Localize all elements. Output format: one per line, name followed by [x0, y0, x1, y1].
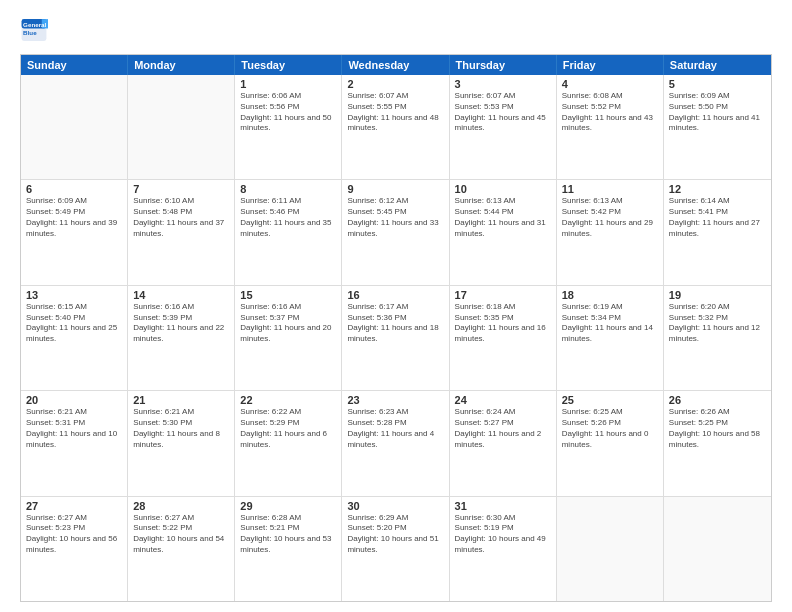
day-number: 5 [669, 78, 766, 90]
day-number: 28 [133, 500, 229, 512]
day-number: 11 [562, 183, 658, 195]
day-number: 15 [240, 289, 336, 301]
calendar-header-row: SundayMondayTuesdayWednesdayThursdayFrid… [21, 55, 771, 75]
header-day-saturday: Saturday [664, 55, 771, 75]
day-number: 30 [347, 500, 443, 512]
day-number: 19 [669, 289, 766, 301]
calendar-cell-1-5: 11Sunrise: 6:13 AM Sunset: 5:42 PM Dayli… [557, 180, 664, 284]
day-info: Sunrise: 6:07 AM Sunset: 5:53 PM Dayligh… [455, 91, 551, 134]
day-number: 23 [347, 394, 443, 406]
calendar-cell-2-0: 13Sunrise: 6:15 AM Sunset: 5:40 PM Dayli… [21, 286, 128, 390]
calendar-row-4: 27Sunrise: 6:27 AM Sunset: 5:23 PM Dayli… [21, 497, 771, 601]
day-info: Sunrise: 6:13 AM Sunset: 5:44 PM Dayligh… [455, 196, 551, 239]
day-info: Sunrise: 6:09 AM Sunset: 5:49 PM Dayligh… [26, 196, 122, 239]
day-info: Sunrise: 6:14 AM Sunset: 5:41 PM Dayligh… [669, 196, 766, 239]
calendar-cell-1-2: 8Sunrise: 6:11 AM Sunset: 5:46 PM Daylig… [235, 180, 342, 284]
day-number: 25 [562, 394, 658, 406]
header-day-thursday: Thursday [450, 55, 557, 75]
calendar-cell-2-2: 15Sunrise: 6:16 AM Sunset: 5:37 PM Dayli… [235, 286, 342, 390]
calendar-cell-4-0: 27Sunrise: 6:27 AM Sunset: 5:23 PM Dayli… [21, 497, 128, 601]
calendar-cell-4-1: 28Sunrise: 6:27 AM Sunset: 5:22 PM Dayli… [128, 497, 235, 601]
day-number: 8 [240, 183, 336, 195]
calendar-cell-3-3: 23Sunrise: 6:23 AM Sunset: 5:28 PM Dayli… [342, 391, 449, 495]
calendar-cell-4-4: 31Sunrise: 6:30 AM Sunset: 5:19 PM Dayli… [450, 497, 557, 601]
day-info: Sunrise: 6:16 AM Sunset: 5:39 PM Dayligh… [133, 302, 229, 345]
day-number: 24 [455, 394, 551, 406]
day-info: Sunrise: 6:24 AM Sunset: 5:27 PM Dayligh… [455, 407, 551, 450]
day-number: 31 [455, 500, 551, 512]
day-number: 17 [455, 289, 551, 301]
logo-icon: General Blue [20, 16, 48, 44]
day-number: 4 [562, 78, 658, 90]
header-day-tuesday: Tuesday [235, 55, 342, 75]
day-number: 10 [455, 183, 551, 195]
logo: General Blue [20, 16, 48, 44]
day-info: Sunrise: 6:16 AM Sunset: 5:37 PM Dayligh… [240, 302, 336, 345]
calendar-cell-1-1: 7Sunrise: 6:10 AM Sunset: 5:48 PM Daylig… [128, 180, 235, 284]
day-info: Sunrise: 6:26 AM Sunset: 5:25 PM Dayligh… [669, 407, 766, 450]
day-number: 21 [133, 394, 229, 406]
day-info: Sunrise: 6:29 AM Sunset: 5:20 PM Dayligh… [347, 513, 443, 556]
calendar-cell-0-3: 2Sunrise: 6:07 AM Sunset: 5:55 PM Daylig… [342, 75, 449, 179]
day-number: 12 [669, 183, 766, 195]
day-number: 16 [347, 289, 443, 301]
calendar-cell-3-0: 20Sunrise: 6:21 AM Sunset: 5:31 PM Dayli… [21, 391, 128, 495]
calendar-row-0: 1Sunrise: 6:06 AM Sunset: 5:56 PM Daylig… [21, 75, 771, 180]
header-day-friday: Friday [557, 55, 664, 75]
calendar-body: 1Sunrise: 6:06 AM Sunset: 5:56 PM Daylig… [21, 75, 771, 601]
calendar-cell-4-2: 29Sunrise: 6:28 AM Sunset: 5:21 PM Dayli… [235, 497, 342, 601]
calendar-cell-3-1: 21Sunrise: 6:21 AM Sunset: 5:30 PM Dayli… [128, 391, 235, 495]
day-number: 18 [562, 289, 658, 301]
calendar-cell-4-3: 30Sunrise: 6:29 AM Sunset: 5:20 PM Dayli… [342, 497, 449, 601]
calendar-cell-3-4: 24Sunrise: 6:24 AM Sunset: 5:27 PM Dayli… [450, 391, 557, 495]
day-number: 26 [669, 394, 766, 406]
day-info: Sunrise: 6:30 AM Sunset: 5:19 PM Dayligh… [455, 513, 551, 556]
header-day-sunday: Sunday [21, 55, 128, 75]
calendar-cell-1-4: 10Sunrise: 6:13 AM Sunset: 5:44 PM Dayli… [450, 180, 557, 284]
day-info: Sunrise: 6:25 AM Sunset: 5:26 PM Dayligh… [562, 407, 658, 450]
day-number: 29 [240, 500, 336, 512]
calendar: SundayMondayTuesdayWednesdayThursdayFrid… [20, 54, 772, 602]
day-number: 13 [26, 289, 122, 301]
calendar-cell-0-1 [128, 75, 235, 179]
day-number: 2 [347, 78, 443, 90]
day-number: 1 [240, 78, 336, 90]
calendar-cell-2-4: 17Sunrise: 6:18 AM Sunset: 5:35 PM Dayli… [450, 286, 557, 390]
calendar-cell-0-2: 1Sunrise: 6:06 AM Sunset: 5:56 PM Daylig… [235, 75, 342, 179]
day-info: Sunrise: 6:17 AM Sunset: 5:36 PM Dayligh… [347, 302, 443, 345]
svg-text:General: General [23, 21, 46, 28]
header-day-wednesday: Wednesday [342, 55, 449, 75]
calendar-cell-1-0: 6Sunrise: 6:09 AM Sunset: 5:49 PM Daylig… [21, 180, 128, 284]
calendar-cell-0-0 [21, 75, 128, 179]
calendar-cell-2-5: 18Sunrise: 6:19 AM Sunset: 5:34 PM Dayli… [557, 286, 664, 390]
day-info: Sunrise: 6:07 AM Sunset: 5:55 PM Dayligh… [347, 91, 443, 134]
calendar-row-1: 6Sunrise: 6:09 AM Sunset: 5:49 PM Daylig… [21, 180, 771, 285]
page-header: General Blue [20, 16, 772, 44]
day-info: Sunrise: 6:20 AM Sunset: 5:32 PM Dayligh… [669, 302, 766, 345]
calendar-cell-0-5: 4Sunrise: 6:08 AM Sunset: 5:52 PM Daylig… [557, 75, 664, 179]
day-info: Sunrise: 6:28 AM Sunset: 5:21 PM Dayligh… [240, 513, 336, 556]
calendar-row-2: 13Sunrise: 6:15 AM Sunset: 5:40 PM Dayli… [21, 286, 771, 391]
day-info: Sunrise: 6:27 AM Sunset: 5:22 PM Dayligh… [133, 513, 229, 556]
calendar-cell-3-5: 25Sunrise: 6:25 AM Sunset: 5:26 PM Dayli… [557, 391, 664, 495]
calendar-cell-4-6 [664, 497, 771, 601]
day-info: Sunrise: 6:12 AM Sunset: 5:45 PM Dayligh… [347, 196, 443, 239]
svg-text:Blue: Blue [23, 29, 37, 36]
calendar-cell-1-3: 9Sunrise: 6:12 AM Sunset: 5:45 PM Daylig… [342, 180, 449, 284]
day-info: Sunrise: 6:19 AM Sunset: 5:34 PM Dayligh… [562, 302, 658, 345]
day-number: 7 [133, 183, 229, 195]
day-number: 6 [26, 183, 122, 195]
day-number: 20 [26, 394, 122, 406]
day-info: Sunrise: 6:21 AM Sunset: 5:31 PM Dayligh… [26, 407, 122, 450]
day-info: Sunrise: 6:08 AM Sunset: 5:52 PM Dayligh… [562, 91, 658, 134]
day-number: 22 [240, 394, 336, 406]
day-number: 27 [26, 500, 122, 512]
day-info: Sunrise: 6:13 AM Sunset: 5:42 PM Dayligh… [562, 196, 658, 239]
day-info: Sunrise: 6:27 AM Sunset: 5:23 PM Dayligh… [26, 513, 122, 556]
day-info: Sunrise: 6:23 AM Sunset: 5:28 PM Dayligh… [347, 407, 443, 450]
calendar-cell-1-6: 12Sunrise: 6:14 AM Sunset: 5:41 PM Dayli… [664, 180, 771, 284]
day-info: Sunrise: 6:22 AM Sunset: 5:29 PM Dayligh… [240, 407, 336, 450]
calendar-cell-4-5 [557, 497, 664, 601]
calendar-cell-0-6: 5Sunrise: 6:09 AM Sunset: 5:50 PM Daylig… [664, 75, 771, 179]
day-info: Sunrise: 6:15 AM Sunset: 5:40 PM Dayligh… [26, 302, 122, 345]
